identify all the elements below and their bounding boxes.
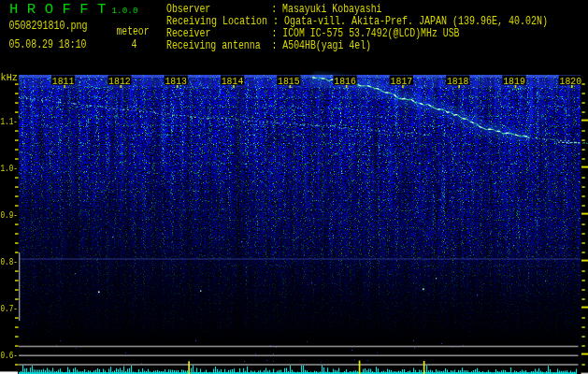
svg-text:1.0-: 1.0- (1, 162, 19, 174)
svg-text:1816: 1816 (334, 75, 356, 87)
svg-text:1815: 1815 (278, 75, 300, 87)
svg-text:meteor: meteor (117, 24, 150, 38)
svg-text:1818: 1818 (447, 75, 469, 87)
svg-text:kHz: kHz (1, 71, 19, 83)
svg-text:1814: 1814 (222, 75, 244, 87)
svg-text:1820: 1820 (560, 75, 582, 87)
svg-text:0.9-: 0.9- (1, 209, 19, 221)
svg-text:1812: 1812 (108, 75, 131, 87)
svg-text:0508291810.png: 0508291810.png (9, 19, 88, 33)
svg-text:1817: 1817 (391, 75, 413, 87)
svg-text:1813: 1813 (165, 75, 187, 87)
svg-text:1.0.0: 1.0.0 (112, 6, 138, 16)
svg-text:4: 4 (132, 37, 137, 51)
svg-text:0.6-: 0.6- (1, 349, 19, 361)
svg-text:1.1-: 1.1- (1, 115, 19, 127)
svg-text:Receiving antenna : A504HB(ya: Receiving antenna : A504HB(yagi 4el) (166, 38, 371, 52)
svg-text:0.7-: 0.7- (1, 302, 19, 314)
svg-text:0.8-: 0.8- (1, 255, 19, 267)
svg-text:H R O F F T: H R O F F T (9, 2, 107, 18)
svg-text:05.08.29 18:10: 05.08.29 18:10 (9, 37, 87, 51)
svg-text:1811: 1811 (52, 75, 75, 87)
svg-text:1819: 1819 (503, 75, 525, 87)
